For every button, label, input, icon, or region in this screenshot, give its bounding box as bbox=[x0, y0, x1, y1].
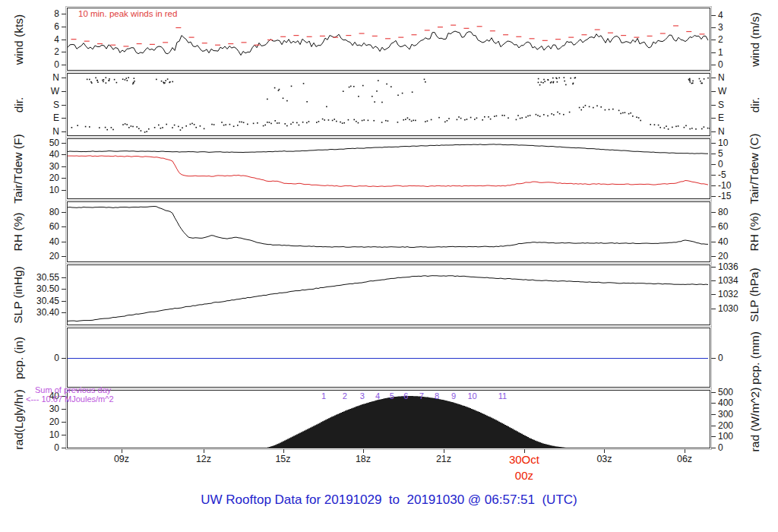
axis-title-right-dir: dir. bbox=[748, 73, 761, 136]
wind-direction-dot bbox=[144, 131, 146, 133]
wind-direction-dot bbox=[381, 102, 383, 103]
wind-direction-dot bbox=[580, 109, 582, 111]
wind-direction-dot bbox=[161, 81, 163, 82]
wind-direction-dot bbox=[133, 82, 134, 84]
wind-direction-dot bbox=[141, 130, 142, 131]
wind-direction-dot bbox=[247, 124, 248, 125]
tair-series bbox=[68, 144, 708, 154]
ytick-mark-left bbox=[62, 448, 66, 448]
ytick-mark-right bbox=[711, 164, 716, 165]
wind-direction-dot bbox=[424, 79, 425, 81]
xtick-mark bbox=[604, 449, 605, 453]
temp-plot bbox=[68, 139, 710, 198]
ytick-mark-right bbox=[711, 175, 716, 176]
ytick-mark-left bbox=[62, 143, 66, 144]
wind-direction-dot bbox=[543, 114, 545, 116]
wind-direction-dot bbox=[324, 119, 325, 121]
wind-direction-dot bbox=[685, 125, 687, 127]
wind-direction-dot bbox=[225, 124, 226, 125]
xtick-label: 18z bbox=[356, 454, 371, 464]
ytick-mark-right bbox=[711, 392, 716, 393]
wind-direction-dot bbox=[691, 128, 693, 129]
wind-average-series bbox=[68, 31, 708, 55]
wind-direction-dot bbox=[356, 121, 357, 122]
wind-direction-dot bbox=[134, 78, 135, 79]
wind-direction-dot bbox=[457, 119, 458, 121]
ytick-mark-right bbox=[711, 131, 716, 132]
wind-direction-dot bbox=[402, 93, 403, 94]
wind-direction-dot bbox=[211, 124, 213, 125]
ytick-mark-left bbox=[62, 166, 66, 167]
ytick-mark-left bbox=[62, 409, 66, 410]
wind-direction-dot bbox=[413, 120, 414, 122]
wind-direction-dot bbox=[349, 87, 350, 88]
ytick-mark-left bbox=[62, 91, 66, 92]
ytick-mark-right bbox=[711, 212, 716, 213]
rad-hour-marker: 4 bbox=[375, 391, 380, 401]
wind-direction-dot bbox=[516, 119, 517, 121]
wind-direction-dot bbox=[654, 124, 656, 125]
wind-direction-dot bbox=[397, 122, 399, 123]
pcp-plot bbox=[68, 328, 710, 387]
wind-direction-dot bbox=[559, 113, 561, 115]
axis-title-left-temp: Tair/Tdew (F) bbox=[11, 138, 25, 199]
wind-direction-dot bbox=[213, 124, 215, 125]
wind-direction-dot bbox=[233, 125, 235, 127]
wind-direction-dot bbox=[530, 115, 531, 116]
wind-direction-dot bbox=[267, 99, 268, 100]
wind-direction-dot bbox=[405, 119, 406, 120]
wind-direction-dot bbox=[544, 81, 546, 82]
wind-direction-dot bbox=[664, 128, 666, 129]
wind-direction-dot bbox=[87, 79, 88, 81]
dir-plot bbox=[68, 74, 710, 135]
ytick-mark-right bbox=[711, 154, 716, 154]
ytick-mark-right bbox=[711, 118, 716, 119]
wind-direction-dot bbox=[403, 119, 404, 121]
ytick-mark-right bbox=[711, 309, 716, 309]
wind-direction-dot bbox=[565, 84, 567, 86]
wind-direction-dot bbox=[241, 122, 242, 123]
wind-direction-dot bbox=[407, 117, 409, 119]
xtick-mark bbox=[204, 449, 204, 453]
wind-direction-dot bbox=[308, 121, 310, 122]
ytick-mark-left bbox=[62, 358, 66, 359]
wind-direction-dot bbox=[551, 113, 552, 115]
ytick-mark-right bbox=[711, 294, 716, 295]
wind-direction-dot bbox=[579, 107, 580, 109]
wind-direction-dot bbox=[628, 113, 630, 115]
date-label-hour: 00z bbox=[515, 469, 533, 482]
wind-direction-dot bbox=[557, 112, 558, 113]
wind-direction-dot bbox=[411, 121, 413, 122]
wind-direction-dot bbox=[470, 117, 472, 119]
wind-direction-dot bbox=[438, 117, 440, 119]
wind-direction-dot bbox=[303, 83, 305, 84]
wind-direction-dot bbox=[537, 115, 539, 116]
wind-direction-dot bbox=[496, 116, 498, 117]
wind-direction-dot bbox=[221, 122, 223, 123]
wind-direction-dot bbox=[172, 81, 173, 83]
wind-direction-dot bbox=[368, 120, 369, 122]
wind-direction-dot bbox=[521, 117, 523, 119]
wind-direction-dot bbox=[274, 120, 276, 122]
relative-humidity-series bbox=[68, 207, 708, 248]
meteogram-figure: 0246801234wind (kts)wind (m/s)10 min. pe… bbox=[0, 0, 778, 532]
wind-direction-dot bbox=[504, 115, 505, 116]
wind-direction-dot bbox=[180, 129, 182, 131]
ytick-mark-right bbox=[711, 15, 716, 16]
wind-direction-dot bbox=[427, 120, 429, 122]
wind-direction-dot bbox=[558, 78, 560, 79]
wind-direction-dot bbox=[539, 84, 541, 86]
wind-direction-dot bbox=[165, 80, 166, 81]
wind-direction-dot bbox=[447, 120, 448, 122]
xtick-label: 12z bbox=[196, 454, 211, 464]
ytick-mark-right bbox=[711, 267, 716, 268]
wind-direction-dot bbox=[484, 116, 485, 118]
wind-direction-dot bbox=[412, 91, 413, 93]
wind-direction-dot bbox=[169, 82, 170, 84]
axis-title-right-slp: SLP (hPa) bbox=[748, 264, 761, 325]
wind-direction-dot bbox=[689, 128, 691, 130]
wind-direction-dot bbox=[95, 78, 96, 79]
date-label-day: 30Oct bbox=[509, 453, 539, 466]
wind-direction-dot bbox=[409, 119, 410, 121]
ytick-mark-left bbox=[62, 52, 66, 52]
